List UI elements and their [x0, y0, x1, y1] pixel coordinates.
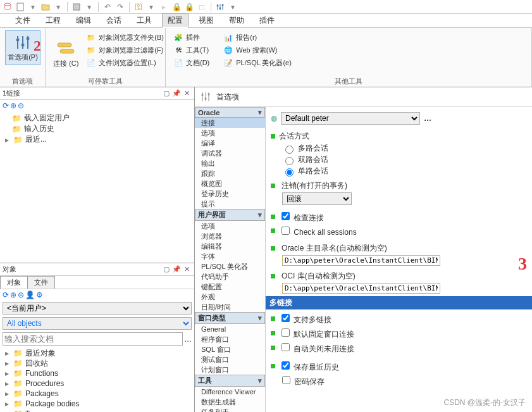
db-icon[interactable] — [3, 2, 13, 12]
radio-single[interactable]: 单路会话 — [282, 166, 527, 177]
pref-leaf[interactable]: 字体 — [195, 251, 265, 261]
oci-input[interactable] — [282, 283, 440, 294]
remove-icon[interactable]: ⊖ — [18, 290, 24, 299]
connect-button[interactable]: 连接 (C) — [51, 30, 81, 78]
tree-item[interactable]: ▸📁Package bodies — [3, 399, 192, 409]
dropdown-icon[interactable]: ▾ — [28, 2, 38, 12]
preferences-button[interactable]: 首选项(P) 2 — [5, 30, 40, 65]
pin-icon[interactable]: 📌 — [171, 265, 182, 273]
check-auto-close[interactable]: 自动关闭未用连接 — [279, 341, 354, 354]
pref-category[interactable]: Oracle▾ — [195, 107, 265, 118]
gear-icon[interactable]: ⚙ — [36, 290, 43, 299]
dropdown-icon[interactable]: ▾ — [228, 2, 238, 12]
undo-icon[interactable]: ↶ — [102, 2, 113, 12]
minimize-icon[interactable]: ▢ — [161, 265, 171, 273]
tab-objects[interactable]: 对象 — [0, 276, 28, 289]
menu-session[interactable]: 会话 — [101, 14, 127, 27]
pref-leaf[interactable]: 数据生成器 — [195, 397, 265, 407]
stop-icon[interactable]: ◻ — [197, 2, 207, 12]
sliders-icon[interactable] — [215, 2, 225, 12]
minimize-icon[interactable]: ▢ — [161, 89, 171, 97]
dropdown-icon[interactable]: ▾ — [53, 2, 63, 12]
key-icon[interactable]: ⚿ — [133, 2, 144, 12]
pref-leaf[interactable]: 选项 — [195, 128, 265, 138]
check-save-pwd[interactable]: 密码保存 — [280, 374, 325, 387]
docs-button[interactable]: 📄文档(D) — [171, 57, 212, 68]
tools-button[interactable]: 🛠工具(T) — [171, 44, 212, 56]
pref-leaf[interactable]: 选项 — [195, 221, 265, 231]
tree-item[interactable]: ▸📁Types — [3, 409, 192, 412]
pref-leaf[interactable]: 概览图 — [195, 178, 265, 189]
lock-icon[interactable]: 🔒 — [171, 2, 182, 12]
pref-leaf[interactable]: 连接 — [195, 118, 265, 128]
report-button[interactable]: 📊报告(r) — [221, 32, 294, 43]
default-profile-combo[interactable]: Default peter — [281, 112, 420, 125]
check-default-fixed[interactable]: 默认固定窗口连接 — [279, 327, 354, 340]
dropdown-icon[interactable]: ▾ — [146, 2, 156, 12]
pref-leaf[interactable]: 程序窗口 — [195, 334, 265, 344]
pref-leaf[interactable]: 外观 — [195, 292, 265, 302]
obj-browser-folders[interactable]: 📁对象浏览器文件夹(B) — [84, 32, 166, 43]
current-user-combo[interactable]: <当前用户> — [3, 302, 192, 315]
beautifier-button[interactable]: 📝PL/SQL 美化器(e) — [221, 57, 294, 68]
pref-leaf[interactable]: PL/SQL 美化器 — [195, 261, 265, 272]
pref-leaf[interactable]: 日期/时间 — [195, 302, 265, 312]
remove-icon[interactable]: ⊖ — [18, 101, 24, 110]
search-input[interactable] — [3, 332, 183, 346]
pref-leaf[interactable]: 任务列表 — [195, 407, 265, 412]
more-icon[interactable]: … — [184, 335, 192, 344]
tree-item[interactable]: ▸📁最近对象 — [3, 348, 192, 358]
pref-leaf[interactable]: 编辑器 — [195, 241, 265, 251]
pref-leaf[interactable]: Difference Viewer — [195, 387, 265, 397]
page-icon[interactable] — [15, 2, 25, 12]
pin-icon[interactable]: 📌 — [171, 89, 182, 97]
check-save-recent[interactable]: 保存最近历史 — [279, 359, 339, 373]
menu-edit[interactable]: 编辑 — [71, 14, 96, 27]
tree-item[interactable]: ▸📁Packages — [3, 389, 192, 399]
tree-item[interactable]: ▸📁最近... — [3, 134, 192, 145]
menu-help[interactable]: 帮助 — [224, 14, 249, 27]
check-support-multi[interactable]: 支持多链接 — [279, 312, 331, 325]
menu-config[interactable]: 配置 — [162, 13, 189, 28]
refresh-icon[interactable]: ⟳ — [3, 290, 9, 299]
more-button[interactable]: … — [424, 114, 431, 123]
oracle-home-input[interactable] — [282, 255, 440, 266]
pref-leaf[interactable]: 代码助手 — [195, 272, 265, 282]
pref-leaf[interactable]: General — [195, 324, 265, 334]
pref-leaf[interactable]: 提示 — [195, 199, 265, 209]
folder-open-icon[interactable] — [40, 2, 51, 12]
logoff-combo[interactable]: 回滚 — [282, 192, 352, 205]
pref-leaf[interactable]: 输出 — [195, 158, 265, 168]
menu-plugins[interactable]: 插件 — [254, 14, 280, 27]
radio-multi[interactable]: 多路会话 — [282, 143, 527, 154]
all-objects-combo[interactable]: All objects — [3, 317, 192, 330]
play-icon[interactable]: ▸ — [159, 2, 169, 12]
pref-leaf[interactable]: 编译 — [195, 138, 265, 148]
web-search-button[interactable]: 🌐Web 搜索(W) — [221, 44, 294, 56]
user-icon[interactable]: 👤 — [25, 290, 35, 299]
menu-view[interactable]: 视图 — [194, 14, 219, 27]
add-icon[interactable]: ⊕ — [10, 101, 16, 110]
plugins-button[interactable]: 🧩插件 — [171, 32, 212, 43]
pref-leaf[interactable]: 计划窗口 — [195, 365, 265, 375]
pref-category[interactable]: 用户界面▾ — [195, 209, 265, 221]
tree-item[interactable]: 📁载入固定用户 — [3, 113, 192, 123]
close-icon[interactable]: ✕ — [182, 89, 192, 97]
pref-leaf[interactable]: 测试窗口 — [195, 354, 265, 365]
lock-icon[interactable]: 🔒 — [184, 2, 194, 12]
tab-files[interactable]: 文件 — [27, 276, 55, 289]
pref-leaf[interactable]: 调试器 — [195, 148, 265, 158]
tree-item[interactable]: 📁输入历史 — [3, 123, 192, 134]
pref-leaf[interactable]: 跟踪 — [195, 168, 265, 178]
check-all-sessions[interactable]: Check all sessions — [279, 225, 357, 237]
dropdown-icon[interactable]: ▾ — [84, 2, 94, 12]
refresh-icon[interactable]: ⟳ — [3, 101, 9, 110]
pref-category[interactable]: 工具▾ — [195, 375, 265, 387]
add-icon[interactable]: ⊕ — [10, 290, 16, 299]
check-connection[interactable]: 检查连接 — [279, 210, 324, 223]
pref-leaf[interactable]: 浏览器 — [195, 231, 265, 241]
radio-dual[interactable]: 双路会话 — [282, 154, 527, 165]
tree-item[interactable]: ▸📁Procedures — [3, 378, 192, 389]
pref-category[interactable]: 窗口类型▾ — [195, 312, 265, 324]
redo-icon[interactable]: ↷ — [115, 2, 125, 12]
